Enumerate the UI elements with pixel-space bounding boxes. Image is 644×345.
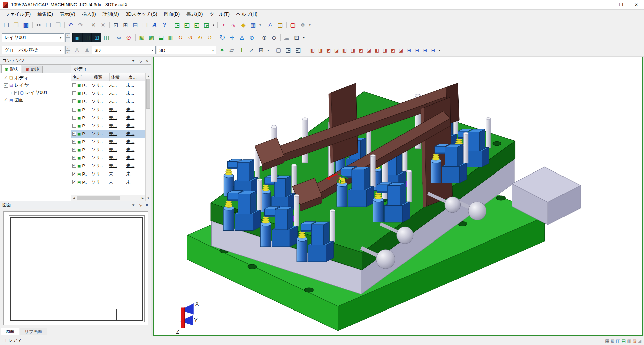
view-rotate-90-cw-icon[interactable]: ◧ (373, 46, 381, 54)
point-icon[interactable]: • (219, 20, 228, 30)
coordinate-system-icon[interactable]: ♙ (72, 46, 82, 55)
select-vertex-icon[interactable]: ◲ (202, 20, 211, 30)
cell-volume[interactable]: 未... (108, 171, 125, 177)
status-snap-icon[interactable]: ▧ (611, 338, 615, 343)
zoom-in-icon[interactable]: ⊕ (260, 33, 269, 42)
content-menu-button[interactable]: ▾ (130, 58, 136, 64)
view-cube-left-icon[interactable]: ◩ (325, 46, 332, 54)
cell-display[interactable]: 未... (125, 171, 145, 177)
display-cloud-icon[interactable]: ☁ (282, 33, 291, 42)
select-more-dropdown[interactable]: ▾ (211, 20, 216, 30)
print-icon[interactable]: ⊟ (130, 20, 140, 30)
cell-display[interactable]: 未... (125, 155, 145, 161)
cell-display[interactable]: 未... (125, 179, 145, 185)
tree-checkbox[interactable] (14, 91, 19, 95)
status-units-icon[interactable]: ▥ (627, 338, 631, 343)
cell-display[interactable]: 未... (125, 115, 145, 121)
scroll-up-icon[interactable]: ▲ (146, 73, 151, 79)
layer-combo-split-buttons[interactable]: ▪ ▪ (65, 33, 70, 42)
menu-drawing[interactable]: 図面(D) (161, 10, 183, 19)
table-row[interactable]: ▣ P.. ソリ.. 未... 未... (71, 122, 145, 130)
view-flip-h-icon[interactable]: ◩ (389, 46, 397, 54)
table-row[interactable]: ▣ P.. ソリ.. 未... 未... (71, 178, 145, 186)
surface-icon[interactable]: ◆ (238, 20, 248, 30)
row-checkbox[interactable] (72, 156, 76, 160)
table-row[interactable]: ▣ P.. ソリ.. 未... 未... (71, 146, 145, 154)
coordinate-combo[interactable]: グローバル座標 ▾ (2, 46, 64, 54)
cell-display[interactable]: 未... (125, 90, 145, 96)
spin-cw-icon[interactable]: ↻ (195, 33, 205, 42)
column-header-type[interactable]: 種類 (92, 73, 110, 81)
new-file-icon[interactable]: ❏ (2, 20, 11, 30)
rotate-cw-icon[interactable]: ↻ (176, 33, 185, 42)
cell-volume[interactable]: 未... (108, 98, 125, 105)
table-row[interactable]: ▣ P.. ソリ.. 未... 未... (71, 162, 145, 170)
tree-item-body[interactable]: ❏ ボディ (0, 74, 71, 82)
rotate-ccw-icon[interactable]: ↺ (185, 33, 195, 42)
row-checkbox[interactable] (72, 108, 76, 112)
select-edge-icon[interactable]: ◱ (192, 20, 201, 30)
status-resize-grip[interactable]: ◢ (638, 338, 641, 343)
view-cube-iso-sw-icon[interactable]: ◪ (365, 46, 373, 54)
view-flip-v-icon[interactable]: ◪ (397, 46, 405, 54)
cell-display[interactable]: 未... (125, 107, 145, 113)
move-body-icon[interactable]: ✛ (237, 46, 246, 55)
snowflake-icon[interactable]: ❄ (298, 20, 307, 30)
cell-display[interactable]: 未... (125, 131, 145, 137)
view-rotate-90-ccw-icon[interactable]: ◨ (381, 46, 389, 54)
cell-volume[interactable]: 未... (108, 123, 125, 129)
column-header-name[interactable]: 名.. ˆ (71, 73, 92, 81)
paste-icon[interactable]: ❐ (53, 20, 63, 30)
tree-item-drawing[interactable]: ▤ 図面 (0, 96, 71, 104)
cell-display[interactable]: 未... (125, 163, 145, 169)
row-checkbox[interactable] (72, 172, 76, 176)
viewport-split4-icon[interactable]: ⊞ (92, 33, 101, 42)
menu-measure[interactable]: 計測(M) (99, 10, 122, 19)
row-checkbox[interactable] (72, 91, 76, 95)
table-row[interactable]: ▣ P.. ソリ.. 未... 未... (71, 97, 145, 106)
bottom-tab-subwindow[interactable]: サブ画面 (20, 328, 47, 335)
scroll-left-icon[interactable]: ◀ (71, 197, 77, 200)
toolbar2-overflow-dropdown[interactable]: ▾ (302, 33, 306, 42)
cell-volume[interactable]: 未... (108, 82, 125, 88)
pane-nav-left-icon[interactable]: ⊞ (421, 46, 429, 54)
tree-checkbox[interactable] (4, 83, 8, 88)
copy-icon[interactable]: ❏ (44, 20, 53, 30)
row-checkbox[interactable] (72, 99, 76, 104)
menu-tools[interactable]: ツール(T) (206, 10, 233, 19)
cell-volume[interactable]: 未... (108, 155, 125, 161)
drawing-preview[interactable] (3, 211, 148, 325)
help-icon[interactable]: ? (160, 20, 169, 30)
row-checkbox[interactable] (72, 140, 76, 144)
save-icon[interactable]: ▣ (21, 20, 31, 30)
table-row[interactable]: ▣ P.. ソリ.. 未... 未... (71, 81, 145, 89)
cell-display[interactable]: 未... (125, 123, 145, 129)
box-zoom-in-icon[interactable]: ◳ (283, 46, 293, 55)
mesh-icon[interactable]: ▦ (248, 20, 258, 30)
tree-expander-icon[interactable]: + (9, 91, 13, 95)
scroll-thumb[interactable] (146, 79, 150, 109)
view-cube-up-icon[interactable]: ▤ (156, 33, 166, 42)
view-cube-top-icon[interactable]: ◧ (341, 46, 348, 54)
table-row[interactable]: ▣ P.. ソリ.. 未... 未... (71, 138, 145, 146)
split-bottom-icon[interactable]: ▪ (65, 38, 70, 42)
axes-icon[interactable]: ✶ (217, 46, 227, 55)
tab-environment[interactable]: ▣ 環境 (22, 66, 42, 73)
view-cube-right-icon[interactable]: ◪ (333, 46, 340, 54)
tab-shape[interactable]: ▣ 形状 (1, 65, 21, 73)
column-header-volume[interactable]: 体積 (110, 73, 127, 81)
table-row[interactable]: ▣ P.. ソリ.. 未... 未... (71, 89, 145, 97)
drawing-close-button[interactable]: ✕ (144, 202, 150, 208)
table-row[interactable]: ▣ P.. ソリ.. 未... 未... (71, 170, 145, 178)
array-icon[interactable]: ⊞ (256, 46, 266, 55)
menu-file[interactable]: ファイル(F) (2, 10, 34, 19)
row-checkbox[interactable] (72, 148, 76, 152)
maximize-button[interactable]: ❐ (613, 0, 629, 9)
row-checkbox[interactable] (72, 116, 76, 120)
status-grid-icon[interactable]: ▦ (605, 338, 609, 343)
scroll-thumb[interactable] (77, 196, 120, 200)
menu-3dsketch[interactable]: 3Dスケッチ(S) (122, 10, 161, 19)
row-checkbox[interactable] (72, 124, 76, 128)
fit-window-icon[interactable]: ⊡ (292, 33, 301, 42)
vertical-scrollbar[interactable]: ▲ ▼ (145, 73, 151, 201)
